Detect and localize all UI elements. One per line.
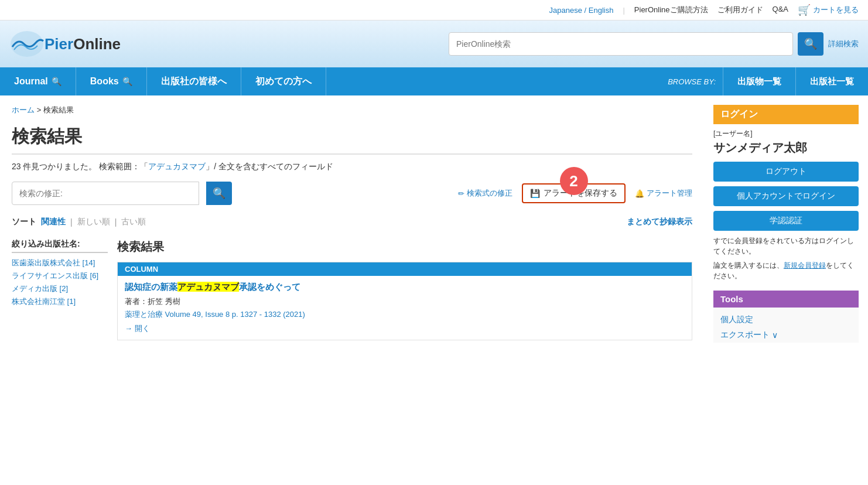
alert-manage-link[interactable]: 🔔 アラート管理 [635, 188, 692, 199]
result-count-prefix: 23 件見つかりました。 検索範囲：「 [12, 162, 148, 171]
sort-area: ソート 関連性 | 新しい順 | 古い順 まとめて抄録表示 [12, 217, 692, 227]
logo-area: PierOnline [9, 26, 121, 62]
logo-pier: Pier [45, 35, 73, 53]
result-keyword: アデュカヌマブ [148, 162, 206, 171]
article-type: COLUMN [118, 262, 692, 276]
alert-bell-icon: 🔔 [635, 189, 644, 198]
nav-publications-list[interactable]: 出版物一覧 [723, 67, 795, 95]
article-title[interactable]: 認知症の新薬アデュカヌマブ承認をめぐって [125, 282, 685, 293]
cart-label: カートを見る [813, 5, 859, 15]
annotation-circle-2: 2 [560, 167, 588, 195]
filter-item-1[interactable]: ライフサイエンス出版 [6] [12, 271, 108, 281]
language-switcher[interactable]: Japanese / English [549, 6, 614, 15]
filter-title: 絞り込み出版社名: [12, 239, 108, 253]
logout-button[interactable]: ログアウト [713, 162, 859, 182]
user-label: [ユーザー名] [713, 129, 859, 139]
nav-bar: Journal 🔍 Books 🔍 出版社の皆様へ 初めての方へ BROWSE … [0, 67, 868, 95]
breadcrumb-home[interactable]: ホーム [12, 105, 35, 114]
logo-wave-icon [9, 26, 45, 62]
modify-pencil-icon: ✏ [458, 189, 464, 198]
summary-link[interactable]: まとめて抄録表示 [627, 217, 692, 227]
nav-beginners[interactable]: 初めての方へ [241, 67, 326, 95]
tools-box: Tools 個人設定 エクスポート ∨ [713, 291, 859, 343]
search-modify-area: 🔍 ✏ 検索式の修正 2 💾 アラートを保存する [12, 182, 692, 205]
search-icon: 🔍 [804, 37, 817, 50]
nav-books-search-icon: 🔍 [122, 77, 132, 86]
nav-publications-label: 出版物一覧 [737, 76, 781, 87]
left-filter: 絞り込み出版社名: 医歯薬出版株式会社 [14] ライフサイエンス出版 [6] … [12, 239, 117, 350]
sort-oldest[interactable]: 古い順 [121, 217, 146, 227]
right-sidebar: ログイン [ユーザー名] サンメディア太郎 ログアウト 個人アカウントでログイン… [704, 95, 868, 359]
nav-publishers[interactable]: 出版社の皆様へ [147, 67, 241, 95]
nav-books[interactable]: Books 🔍 [76, 67, 147, 95]
filter-item-3[interactable]: 株式会社南江堂 [1] [12, 296, 108, 307]
cart-link[interactable]: 🛒 カートを見る [798, 4, 859, 16]
login-title: ログイン [713, 105, 859, 124]
nav-publishers-list[interactable]: 出版社一覧 [795, 67, 868, 95]
page-title: 検索結果 [12, 125, 692, 155]
title-before: 認知症の新薬 [125, 282, 177, 292]
main-search-button[interactable]: 🔍 [798, 32, 823, 56]
personal-account-button[interactable]: 個人アカウントでログイン [713, 186, 859, 206]
advanced-search-link[interactable]: 詳細検索 [828, 39, 859, 49]
academic-auth-button[interactable]: 学認認証 [713, 211, 859, 231]
header: PierOnline 🔍 詳細検索 [0, 21, 868, 67]
alert-manage-label: アラート管理 [647, 188, 692, 199]
top-sep: | [623, 6, 624, 15]
usage-guide-link[interactable]: ご利用ガイド [717, 5, 763, 15]
search-modify-input[interactable] [12, 182, 199, 205]
main-search-area: 🔍 詳細検索 [449, 32, 859, 56]
article-card: COLUMN 認知症の新薬アデュカヌマブ承認をめぐって 著者：折笠 秀樹 薬理と… [117, 262, 692, 340]
user-name: サンメディア太郎 [713, 140, 859, 156]
nav-publishers-list-label: 出版社一覧 [810, 76, 854, 87]
export-chevron-icon: ∨ [772, 330, 778, 340]
login-box: ログイン [ユーザー名] サンメディア太郎 ログアウト 個人アカウントでログイン… [713, 105, 859, 281]
modify-label: 検索式の修正 [467, 188, 512, 199]
logo-online: Online [73, 35, 121, 53]
article-author: 著者：折笠 秀樹 [125, 296, 685, 307]
nav-spacer [326, 67, 661, 95]
filter-item-2[interactable]: メディカ出版 [2] [12, 284, 108, 294]
search-modify-button[interactable]: 🔍 [206, 182, 232, 205]
main-search-input[interactable] [449, 32, 793, 56]
export-link[interactable]: エクスポート ∨ [713, 327, 859, 343]
title-highlight: アデュカヌマブ [177, 282, 239, 292]
nav-publishers-label: 出版社の皆様へ [161, 76, 227, 88]
save-disk-icon: 💾 [530, 189, 540, 198]
filter-item-0[interactable]: 医歯薬出版株式会社 [14] [12, 258, 108, 268]
sort-newest[interactable]: 新しい順 [77, 217, 110, 227]
info2-prefix: 論文を購入するには、 [713, 261, 784, 269]
export-label: エクスポート [720, 330, 770, 340]
qa-link[interactable]: Q&A [773, 5, 788, 15]
article-journal[interactable]: 薬理と治療 Volume 49, Issue 8 p. 1327 - 1332 … [125, 309, 685, 320]
results-section: 絞り込み出版社名: 医歯薬出版株式会社 [14] ライフサイエンス出版 [6] … [12, 239, 692, 350]
sort-label: ソート [12, 217, 36, 227]
sort-relevance[interactable]: 関連性 [41, 217, 66, 227]
cart-icon: 🛒 [798, 4, 811, 16]
purchase-guide-link[interactable]: PierOnlineご購読方法 [634, 5, 708, 15]
result-count-suffix: 」/ 全文を含むすべてのフィールド [206, 162, 333, 171]
top-bar: Japanese / English | PierOnlineご購読方法 ご利用… [0, 0, 868, 21]
article-body: 認知症の新薬アデュカヌマブ承認をめぐって 著者：折笠 秀樹 薬理と治療 Volu… [118, 276, 692, 340]
breadcrumb-current: 検索結果 [43, 105, 74, 114]
nav-journal-label: Journal [14, 76, 48, 87]
register-link[interactable]: 新規会員登録 [784, 261, 826, 269]
browse-by-label: BROWSE BY: [661, 67, 723, 95]
login-info-1: すでに会員登録をされている方はログインしてください。 [713, 235, 859, 257]
top-links: PierOnlineご購読方法 ご利用ガイド Q&A [634, 5, 788, 15]
breadcrumb: ホーム > 検索結果 [12, 105, 692, 115]
nav-books-label: Books [90, 76, 119, 87]
alert-save-container: 2 💾 アラートを保存する [522, 183, 626, 203]
nav-journal[interactable]: Journal 🔍 [0, 67, 76, 95]
results-main: 検索結果 COLUMN 認知症の新薬アデュカヌマブ承認をめぐって 著者：折笠 秀… [117, 239, 692, 350]
result-count: 23 件見つかりました。 検索範囲：「アデュカヌマブ」/ 全文を含むすべてのフィ… [12, 162, 692, 172]
article-open-link[interactable]: → 開く [125, 324, 150, 333]
personal-settings-link[interactable]: 個人設定 [713, 312, 859, 327]
breadcrumb-sep: > [37, 105, 42, 114]
logo-brand: PierOnline [45, 35, 121, 53]
nav-journal-search-icon: 🔍 [52, 77, 61, 86]
search-modify-link[interactable]: ✏ 検索式の修正 [458, 188, 512, 199]
author-label: 著者： [125, 297, 148, 306]
login-info-2: 論文を購入するには、新規会員登録をしてください。 [713, 260, 859, 281]
nav-beginners-label: 初めての方へ [255, 76, 312, 88]
